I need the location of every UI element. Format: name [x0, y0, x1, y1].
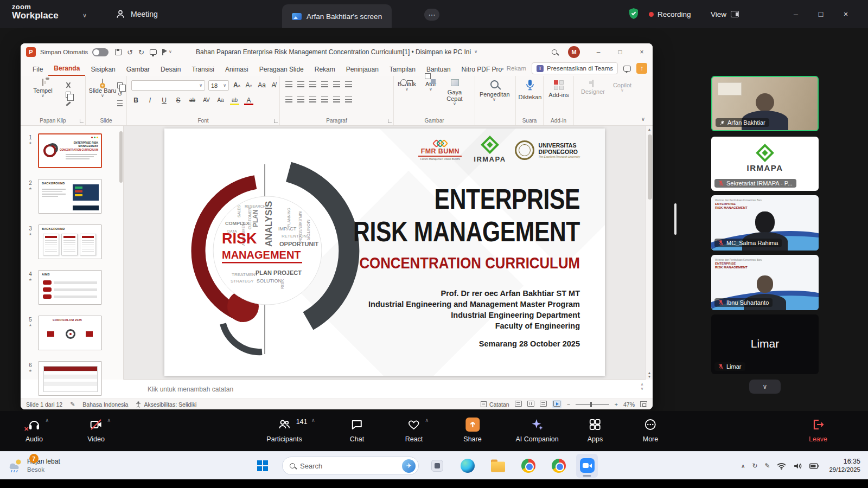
designer-button[interactable]: Designer [578, 80, 608, 95]
bold-button[interactable]: B [131, 95, 141, 105]
thumbnail-preview[interactable]: ENTERPRISE RISK MANAGEMENT CONCENTRATION… [38, 133, 102, 168]
video-tile-ibnu[interactable]: Webinar dan Pembukaan Konsentrasi Baru E… [711, 255, 819, 310]
weather-widget[interactable]: 7 Hujan lebat Besok [4, 452, 60, 480]
language-label[interactable]: Bahasa Indonesia [82, 401, 128, 408]
leave-button[interactable]: Leave [809, 418, 827, 443]
shrink-font-button[interactable]: A˅ [244, 80, 253, 90]
align-right-icon[interactable] [309, 97, 316, 102]
tab-animasi[interactable]: Animasi [220, 63, 254, 76]
chevron-up-icon[interactable]: ∧ [45, 418, 49, 423]
tab-nitro-pdf[interactable]: Nitro PDF Pro [456, 63, 508, 76]
wifi-icon[interactable] [777, 463, 786, 470]
more-tabs-button[interactable]: ⋯ [424, 9, 439, 21]
scrollbar-thumb[interactable] [648, 134, 652, 200]
taskbar-clock[interactable]: 16:35 29/12/2025 [829, 458, 860, 474]
slide-thumbnail-1[interactable]: 1 ★ ENTERPRISE RISK MANAGEMENT CONCENTRA… [25, 133, 102, 168]
next-slide-icon[interactable]: ▼ [646, 375, 653, 378]
slide-canvas[interactable]: FMR BUMN Forum Manajemen Risiko BUMN IRM… [124, 126, 646, 380]
copilot-button[interactable]: Copilot ∨ [608, 80, 637, 93]
thumbnail-preview[interactable]: AIMS [38, 270, 102, 305]
share-button[interactable]: Share [463, 418, 481, 443]
zoom-slider[interactable] [576, 404, 609, 405]
font-color-button[interactable]: A [244, 95, 253, 105]
slideshow-view-button[interactable] [552, 400, 561, 408]
font-name-combo[interactable]: ∨ [131, 80, 205, 91]
slide-thumbnail-3[interactable]: 3 ★ BACKGROUND [25, 224, 102, 259]
rekam-button[interactable]: ● Rekam [501, 65, 526, 72]
task-view-button[interactable] [431, 460, 443, 472]
underline-button[interactable]: U [159, 95, 169, 105]
arrange-button[interactable]: Atur ∨ [420, 79, 442, 92]
chevron-up-icon[interactable]: ∧ [425, 418, 429, 423]
numbering-icon[interactable] [297, 81, 304, 87]
char-spacing-button[interactable]: AV [202, 95, 211, 105]
dialog-launcher-icon[interactable] [388, 119, 392, 123]
video-button[interactable]: ∧ Video [87, 418, 105, 443]
notes-area[interactable]: Klik untuk menambah catatan ∧ ∨ [124, 380, 646, 399]
ppt-close-button[interactable]: × [631, 43, 653, 61]
slideshow-icon[interactable] [150, 49, 157, 55]
smartart-convert-icon[interactable] [345, 97, 352, 102]
thumbnail-preview[interactable]: BACKGROUND [38, 224, 102, 259]
slide-1[interactable]: FMR BUMN Forum Manajemen Risiko BUMN IRM… [164, 129, 605, 376]
participants-button[interactable]: 141 ∧ Participants [266, 418, 302, 443]
tab-shared-screen[interactable]: Arfan Bakhtiar's screen [282, 4, 392, 28]
fit-to-window-icon[interactable] [640, 401, 647, 407]
chrome-button[interactable] [521, 459, 535, 473]
clear-format-button[interactable]: A̸ [269, 80, 278, 90]
slide-sorter-view-button[interactable] [527, 401, 534, 408]
tab-peninjauan[interactable]: Peninjauan [341, 63, 384, 76]
share-scrollbar[interactable] [674, 203, 676, 235]
collapse-videos-button[interactable]: ∨ [749, 380, 781, 394]
maximize-button[interactable]: □ [808, 0, 833, 28]
zoom-percent-label[interactable]: 47% [623, 401, 635, 408]
decrease-indent-icon[interactable] [309, 81, 316, 87]
document-title-wrap[interactable]: Bahan Paparan Enterprise Risk Management… [196, 43, 477, 61]
volume-icon[interactable] [793, 463, 802, 470]
text-effects-button[interactable]: Aa [216, 95, 225, 105]
sync-icon[interactable]: ↻ [752, 462, 757, 470]
edge-button[interactable] [461, 459, 475, 473]
dialog-launcher-icon[interactable] [274, 119, 278, 123]
zoom-in-button[interactable]: + [615, 401, 618, 408]
chevron-up-icon[interactable]: ∧ [311, 418, 315, 423]
shapes-button[interactable]: Bentuk ∨ [395, 79, 419, 92]
columns-icon[interactable] [333, 97, 340, 102]
tab-transisi[interactable]: Transisi [186, 63, 220, 76]
account-avatar[interactable]: M [568, 46, 580, 58]
tab-gambar[interactable]: Gambar [121, 63, 155, 76]
paste-button[interactable]: Tempel ∨ [28, 79, 58, 98]
more-button[interactable]: More [643, 418, 658, 443]
thumbnail-scrollbar[interactable] [119, 131, 123, 183]
tab-sisipkan[interactable]: Sisipkan [85, 63, 120, 76]
new-slide-button[interactable]: Slide Baru ∨ [88, 79, 117, 98]
notes-resize-arrows[interactable]: ∧ ∨ [641, 382, 643, 391]
share-document-button[interactable]: ↑ [636, 63, 647, 74]
chevron-down-icon[interactable]: ∨ [82, 12, 87, 19]
zoom-app-button[interactable] [576, 454, 598, 478]
video-tile-sekretariat[interactable]: IRMAPA Sekretariat IRMAPA - P... [711, 137, 819, 191]
slide-thumbnail-2[interactable]: 2 ★ BACKGROUND [25, 179, 102, 214]
slide-scrollbar[interactable]: ▲ ▲ ▼ [646, 126, 653, 380]
video-tile-arfan[interactable]: Arfan Bakhtiar [711, 76, 819, 131]
zoom-workplace-logo[interactable]: zoom Workplace [12, 3, 59, 21]
tray-chevron-up-icon[interactable]: ∧ [741, 463, 745, 469]
font-size-combo[interactable]: 18∨ [208, 80, 229, 91]
reset-icon[interactable]: ↺ [118, 92, 122, 97]
save-icon[interactable] [115, 49, 122, 55]
flag-icon[interactable] [162, 49, 163, 55]
search-icon[interactable] [552, 49, 557, 55]
chat-button[interactable]: Chat [350, 418, 364, 443]
thumbnail-preview[interactable] [38, 361, 102, 396]
undo-icon[interactable]: ↺ [127, 49, 133, 56]
notes-toggle-button[interactable]: Catatan [481, 401, 509, 408]
chrome-profile2-button[interactable] [552, 459, 566, 473]
view-button[interactable]: View [711, 0, 739, 28]
grow-font-button[interactable]: A˄ [232, 80, 241, 90]
layout-icon[interactable] [117, 82, 123, 88]
italic-button[interactable]: I [145, 95, 155, 105]
audio-button[interactable]: ✕ ∧ Audio [25, 418, 43, 443]
taskbar-search[interactable]: Search ✈ [282, 457, 419, 475]
autosave-toggle[interactable] [92, 48, 108, 56]
bullets-icon[interactable] [285, 81, 292, 87]
